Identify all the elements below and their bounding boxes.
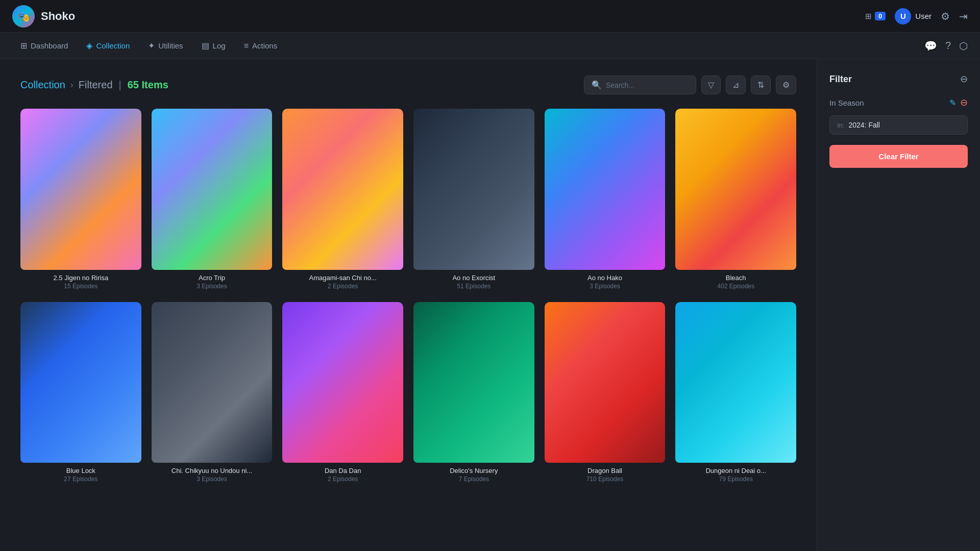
anime-thumbnail <box>282 302 403 463</box>
anime-info: Dungeon ni Deai o... 79 Episodes <box>675 463 796 485</box>
anime-card[interactable]: 2.5 Jigen no Ririsa 15 Episodes <box>20 109 141 292</box>
clear-filter-button[interactable]: Clear Filter <box>829 145 968 168</box>
anime-episodes: 710 Episodes <box>546 475 665 483</box>
anime-card[interactable]: Blue Lock 27 Episodes <box>20 302 141 485</box>
breadcrumb-separator: › <box>70 80 74 90</box>
anime-title: Delico's Nursery <box>414 467 533 474</box>
filter-section-inseason: In Season ✎ ⊖ In: 2024: Fall Clear Filte… <box>829 97 968 168</box>
anime-title: Ao no Exorcist <box>414 274 533 282</box>
anime-card[interactable]: Delico's Nursery 7 Episodes <box>413 302 534 485</box>
anime-card[interactable]: Acro Trip 3 Episodes <box>152 109 273 292</box>
filter-active-button[interactable]: ▽ <box>701 76 721 94</box>
queue-badge: 0 <box>875 12 886 20</box>
navbar: ⊞ Dashboard ◈ Collection ✦ Utilities ▤ L… <box>0 33 980 59</box>
anime-grid: 2.5 Jigen no Ririsa 15 Episodes Acro Tri… <box>20 109 796 485</box>
filter-title: Filter <box>829 74 852 85</box>
discord-icon[interactable]: 💬 <box>924 40 937 52</box>
help-icon[interactable]: ? <box>945 40 951 52</box>
anime-title: Acro Trip <box>153 274 272 282</box>
anime-title: Ao no Hako <box>546 274 665 282</box>
anime-episodes: 2 Episodes <box>283 283 402 290</box>
filter-remove-icon[interactable]: ⊖ <box>960 97 968 108</box>
anime-episodes: 402 Episodes <box>676 283 795 290</box>
user-label: User <box>915 12 932 20</box>
anime-card[interactable]: Dan Da Dan 2 Episodes <box>282 302 403 485</box>
anime-episodes: 79 Episodes <box>676 475 795 483</box>
anime-card[interactable]: Chi. Chikyuu no Undou ni... 3 Episodes <box>152 302 273 485</box>
anime-info: Blue Lock 27 Episodes <box>20 463 141 485</box>
sidebar-item-label: Utilities <box>158 41 183 50</box>
breadcrumb-root[interactable]: Collection <box>20 79 65 91</box>
search-input[interactable] <box>606 81 689 89</box>
sort-button[interactable]: ⇅ <box>751 76 771 94</box>
sidebar-item-collection[interactable]: ◈ Collection <box>78 37 138 54</box>
anime-episodes: 15 Episodes <box>21 283 140 290</box>
anime-card[interactable]: Bleach 402 Episodes <box>675 109 796 292</box>
anime-title: Amagami-san Chi no... <box>283 274 402 282</box>
topbar: 🎭 Shoko ⊞ 0 U User ⚙ ⇥ <box>0 0 980 33</box>
anime-episodes: 7 Episodes <box>414 475 533 483</box>
anime-card[interactable]: Dungeon ni Deai o... 79 Episodes <box>675 302 796 485</box>
anime-title: Dragon Ball <box>546 467 665 474</box>
anime-episodes: 3 Episodes <box>153 475 272 483</box>
logout-icon[interactable]: ⇥ <box>959 10 968 22</box>
anime-title: Blue Lock <box>21 467 140 474</box>
anime-thumbnail <box>413 302 534 463</box>
anime-thumbnail <box>282 109 403 270</box>
anime-episodes: 3 Episodes <box>546 283 665 290</box>
filter-tag-value: 2024: Fall <box>848 121 879 129</box>
anime-card[interactable]: Ao no Hako 3 Episodes <box>545 109 666 292</box>
sidebar-item-dashboard[interactable]: ⊞ Dashboard <box>12 37 76 54</box>
sidebar-item-label: Actions <box>252 41 277 50</box>
sidebar-item-label: Dashboard <box>31 41 68 50</box>
queue-icon: ⊞ <box>865 12 872 21</box>
sidebar-item-actions[interactable]: ≡ Actions <box>236 38 286 54</box>
header-actions: 🔍 ▽ ⊿ ⇅ ⚙ <box>584 76 796 94</box>
anime-thumbnail <box>20 302 141 463</box>
main-layout: Collection › Filtered | 65 Items 🔍 ▽ ⊿ ⇅… <box>0 59 980 551</box>
anime-card[interactable]: Dragon Ball 710 Episodes <box>545 302 666 485</box>
breadcrumb-count: 65 Items <box>128 79 168 91</box>
anime-thumbnail <box>675 109 796 270</box>
anime-info: Delico's Nursery 7 Episodes <box>413 463 534 485</box>
anime-title: Dungeon ni Deai o... <box>676 467 795 474</box>
anime-thumbnail <box>675 302 796 463</box>
search-icon: 🔍 <box>592 80 602 90</box>
github-icon[interactable]: ⬡ <box>959 40 968 52</box>
display-settings-button[interactable]: ⚙ <box>776 76 796 94</box>
anime-thumbnail <box>545 109 666 270</box>
anime-episodes: 3 Episodes <box>153 283 272 290</box>
dashboard-icon: ⊞ <box>20 41 27 51</box>
user-avatar: U <box>895 8 911 24</box>
queue-counter[interactable]: ⊞ 0 <box>865 12 886 21</box>
topbar-controls: ⊞ 0 U User ⚙ ⇥ <box>865 8 968 24</box>
filter-section-icons: ✎ ⊖ <box>949 97 968 108</box>
filter-button[interactable]: ⊿ <box>726 76 746 94</box>
user-menu[interactable]: U User <box>895 8 932 24</box>
filter-tag-key: In: <box>837 121 844 129</box>
settings-icon[interactable]: ⚙ <box>941 10 950 22</box>
breadcrumb: Collection › Filtered | 65 Items <box>20 79 168 91</box>
filter-section-header: In Season ✎ ⊖ <box>829 97 968 108</box>
sidebar-item-log[interactable]: ▤ Log <box>193 37 234 54</box>
anime-card[interactable]: Amagami-san Chi no... 2 Episodes <box>282 109 403 292</box>
log-icon: ▤ <box>202 41 209 51</box>
anime-thumbnail <box>20 109 141 270</box>
actions-icon: ≡ <box>244 41 249 51</box>
anime-info: Acro Trip 3 Episodes <box>152 270 273 292</box>
filter-reset-button[interactable]: ⊖ <box>960 73 968 85</box>
anime-info: Ao no Exorcist 51 Episodes <box>413 270 534 292</box>
anime-info: Ao no Hako 3 Episodes <box>545 270 666 292</box>
anime-card[interactable]: Ao no Exorcist 51 Episodes <box>413 109 534 292</box>
sidebar-item-utilities[interactable]: ✦ Utilities <box>140 37 191 54</box>
anime-info: Amagami-san Chi no... 2 Episodes <box>282 270 403 292</box>
topbar-brand: 🎭 Shoko <box>12 5 75 28</box>
filter-edit-icon[interactable]: ✎ <box>949 98 956 108</box>
anime-title: Chi. Chikyuu no Undou ni... <box>153 467 272 474</box>
navbar-right: 💬 ? ⬡ <box>924 40 968 52</box>
anime-thumbnail <box>152 302 273 463</box>
breadcrumb-divider: | <box>119 79 121 91</box>
anime-title: Bleach <box>676 274 795 282</box>
search-box[interactable]: 🔍 <box>584 76 696 94</box>
sidebar-item-label: Log <box>213 41 226 50</box>
